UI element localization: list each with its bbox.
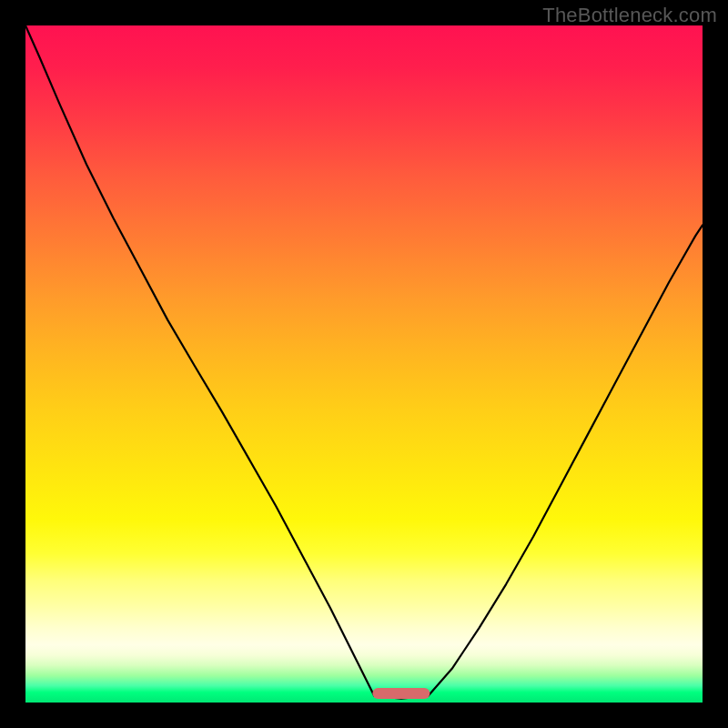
plot-area (25, 25, 703, 703)
watermark-text: TheBottleneck.com (542, 4, 717, 27)
curve-path (25, 25, 703, 699)
bottleneck-curve (25, 25, 703, 703)
minimum-marker (372, 688, 430, 699)
chart-frame: TheBottleneck.com (0, 0, 728, 728)
